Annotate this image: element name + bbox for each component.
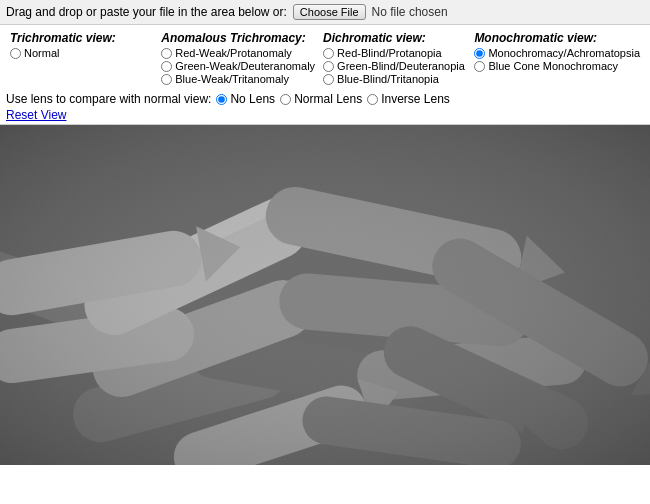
radio-blue-cone[interactable]: Blue Cone Monochromacy [474, 60, 640, 72]
lens-inverse-lens[interactable]: Inverse Lens [367, 92, 450, 106]
radio-green-weak[interactable]: Green-Weak/Deuteranomaly [161, 60, 315, 72]
lens-normal-lens[interactable]: Normal Lens [280, 92, 362, 106]
no-file-label: No file chosen [372, 5, 448, 19]
radio-normal-label: Normal [24, 47, 59, 59]
image-area [0, 125, 650, 465]
radio-red-blind-label: Red-Blind/Protanopia [337, 47, 442, 59]
radio-inverse-lens-input[interactable] [367, 94, 378, 105]
lens-label: Use lens to compare with normal view: [6, 92, 211, 106]
radio-mono[interactable]: Monochromacy/Achromatopsia [474, 47, 640, 59]
radio-red-blind[interactable]: Red-Blind/Protanopia [323, 47, 466, 59]
radio-blue-weak[interactable]: Blue-Weak/Tritanomaly [161, 73, 315, 85]
upload-bar: Drag and drop or paste your file in the … [0, 0, 650, 25]
choose-file-button[interactable]: Choose File [293, 4, 366, 20]
radio-blue-weak-label: Blue-Weak/Tritanomaly [175, 73, 289, 85]
radio-red-weak-label: Red-Weak/Protanomaly [175, 47, 292, 59]
radio-blue-blind[interactable]: Blue-Blind/Tritanopia [323, 73, 466, 85]
radio-no-lens-input[interactable] [216, 94, 227, 105]
radio-red-weak-input[interactable] [161, 48, 172, 59]
anomalous-heading: Anomalous Trichromacy: [161, 31, 315, 45]
radio-normal-lens-input[interactable] [280, 94, 291, 105]
anomalous-section: Anomalous Trichromacy: Red-Weak/Protanom… [157, 29, 319, 88]
view-options-row: Trichromatic view: Normal Anomalous Tric… [6, 29, 644, 88]
controls-panel: Trichromatic view: Normal Anomalous Tric… [0, 25, 650, 125]
radio-blue-blind-input[interactable] [323, 74, 334, 85]
no-lens-label: No Lens [230, 92, 275, 106]
dichromatic-heading: Dichromatic view: [323, 31, 466, 45]
lens-row: Use lens to compare with normal view: No… [6, 92, 644, 106]
radio-green-blind-input[interactable] [323, 61, 334, 72]
reset-view-link[interactable]: Reset View [6, 108, 644, 122]
radio-blue-cone-label: Blue Cone Monochromacy [488, 60, 618, 72]
radio-green-blind[interactable]: Green-Blind/Deuteranopia [323, 60, 466, 72]
radio-normal[interactable]: Normal [10, 47, 153, 59]
radio-green-blind-label: Green-Blind/Deuteranopia [337, 60, 465, 72]
dichromatic-section: Dichromatic view: Red-Blind/Protanopia G… [319, 29, 470, 88]
upload-label: Drag and drop or paste your file in the … [6, 5, 287, 19]
inverse-lens-label: Inverse Lens [381, 92, 450, 106]
radio-blue-weak-input[interactable] [161, 74, 172, 85]
radio-normal-input[interactable] [10, 48, 21, 59]
radio-blue-cone-input[interactable] [474, 61, 485, 72]
radio-red-blind-input[interactable] [323, 48, 334, 59]
radio-red-weak[interactable]: Red-Weak/Protanomaly [161, 47, 315, 59]
monochromatic-section: Monochromatic view: Monochromacy/Achroma… [470, 29, 644, 88]
radio-blue-blind-label: Blue-Blind/Tritanopia [337, 73, 439, 85]
trichromatic-heading: Trichromatic view: [10, 31, 153, 45]
svg-rect-24 [0, 125, 650, 465]
lens-no-lens[interactable]: No Lens [216, 92, 275, 106]
radio-green-weak-label: Green-Weak/Deuteranomaly [175, 60, 315, 72]
radio-mono-input[interactable] [474, 48, 485, 59]
radio-mono-label: Monochromacy/Achromatopsia [488, 47, 640, 59]
crayon-image [0, 125, 650, 465]
normal-lens-label: Normal Lens [294, 92, 362, 106]
trichromatic-section: Trichromatic view: Normal [6, 29, 157, 88]
radio-green-weak-input[interactable] [161, 61, 172, 72]
monochromatic-heading: Monochromatic view: [474, 31, 640, 45]
